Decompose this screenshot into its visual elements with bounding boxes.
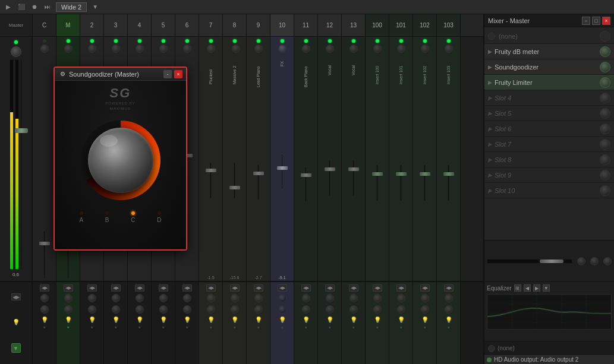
ch101-bulb[interactable]: 💡 <box>398 316 404 323</box>
ch-header-12[interactable]: 12 <box>318 14 342 36</box>
ch-header-3[interactable]: 3 <box>104 14 128 36</box>
ch12-sk[interactable] <box>326 294 334 302</box>
ch100-pan[interactable] <box>373 45 382 53</box>
right-panel-min-btn[interactable]: − <box>582 17 590 25</box>
ch10-sk[interactable] <box>278 294 286 302</box>
ch12-pan[interactable] <box>326 45 334 53</box>
ch103-bulb[interactable]: 💡 <box>446 316 452 323</box>
sg-preset-c[interactable]: C <box>131 211 135 223</box>
ch12-led[interactable] <box>328 39 332 43</box>
ch10-bulb[interactable]: 💡 <box>279 316 285 323</box>
master-led[interactable] <box>14 40 18 44</box>
ch3-arrow[interactable]: ◀▶ <box>111 284 121 292</box>
ch-header-103[interactable]: 103 <box>437 14 461 36</box>
ch11-fader-handle[interactable] <box>301 173 311 177</box>
send-fader-thumb[interactable] <box>540 259 563 263</box>
slot6-indicator[interactable] <box>600 124 610 134</box>
ch-header-101[interactable]: 101 <box>389 14 413 36</box>
eq-display[interactable] <box>487 294 612 330</box>
ch101-fader-handle[interactable] <box>396 172 407 176</box>
ch12-bulb[interactable]: 💡 <box>327 316 333 323</box>
c-pan-knob[interactable] <box>40 45 49 53</box>
ch7-bulb[interactable]: 💡 <box>208 316 214 323</box>
ch101-arrow[interactable]: ◀▶ <box>396 284 406 292</box>
ch100-fader-handle[interactable] <box>372 172 383 176</box>
ch-header-c[interactable]: C <box>33 14 56 36</box>
ch9-pan[interactable] <box>254 45 263 53</box>
slot-soundgoodizer[interactable]: ▶ Soundgoodizer <box>484 59 614 75</box>
plugin-titlebar[interactable]: ⚙ Soundgoodizer (Master) - × <box>55 68 186 81</box>
ch3-bulb[interactable]: 💡 <box>113 316 119 323</box>
slot-9[interactable]: ▶ Slot 9 <box>484 167 614 183</box>
ch-header-2[interactable]: 2 <box>80 14 104 36</box>
m-send-knob[interactable] <box>64 294 73 302</box>
ch101-sk2[interactable] <box>397 305 405 314</box>
ch5-pan[interactable] <box>159 45 168 53</box>
send-knob-3[interactable] <box>603 257 612 265</box>
ch100-arrow[interactable]: ◀▶ <box>373 284 382 292</box>
plugin-settings-icon[interactable]: ⚙ <box>58 70 67 78</box>
ch2-sk2[interactable] <box>88 305 96 314</box>
ch4-bulb[interactable]: 💡 <box>137 316 143 323</box>
slot-sg-indicator[interactable] <box>600 62 610 72</box>
ch6-arrow[interactable]: ◀▶ <box>182 284 192 292</box>
toolbar-icon-4[interactable]: ⏭ <box>43 2 52 12</box>
slot8-indicator[interactable] <box>600 154 610 165</box>
ch13-led[interactable] <box>352 39 355 43</box>
ch13-sk[interactable] <box>349 294 358 302</box>
ch-header-4[interactable]: 4 <box>128 14 152 36</box>
ch-header-100[interactable]: 100 <box>366 14 389 36</box>
ch101-pan[interactable] <box>397 45 405 53</box>
slot-none[interactable]: (none) <box>484 29 614 44</box>
slot-4[interactable]: ▶ Slot 4 <box>484 90 614 106</box>
ch-header-102[interactable]: 102 <box>413 14 437 36</box>
ch10-pan[interactable] <box>278 45 286 53</box>
toolbar-icon-3[interactable]: ⏺ <box>30 2 39 12</box>
sg-main-knob[interactable] <box>88 128 153 193</box>
ch3-pan[interactable] <box>112 45 120 53</box>
ch9-arrow[interactable]: ◀▶ <box>254 284 263 292</box>
ch-header-8[interactable]: 8 <box>223 14 247 36</box>
ch7-pan[interactable] <box>207 45 215 53</box>
slot9-indicator[interactable] <box>600 170 610 181</box>
ch6-led[interactable] <box>185 39 189 43</box>
ch-header-9[interactable]: 9 <box>247 14 270 36</box>
ch8-sk2[interactable] <box>231 305 239 314</box>
m-led[interactable] <box>67 39 70 43</box>
slot-10[interactable]: ▶ Slot 10 <box>484 183 614 198</box>
toolbar-icon-2[interactable]: ⬛ <box>17 2 26 12</box>
ch100-led[interactable] <box>376 39 379 43</box>
ch-header-7[interactable]: 7 <box>199 14 223 36</box>
send-knob-1[interactable] <box>577 257 585 265</box>
ch101-led[interactable] <box>399 39 403 43</box>
m-pan-knob[interactable] <box>64 45 73 53</box>
ch103-fader-handle[interactable] <box>443 172 454 176</box>
master-fader-handle[interactable] <box>15 128 28 133</box>
ch103-led[interactable] <box>447 39 451 43</box>
master-bulb[interactable]: 💡 <box>13 318 19 325</box>
sg-preset-d[interactable]: D <box>157 211 161 223</box>
ch11-bulb[interactable]: 💡 <box>303 316 309 323</box>
ch11-sk2[interactable] <box>302 305 310 314</box>
ch3-led[interactable] <box>114 39 118 43</box>
ch102-sk[interactable] <box>421 294 429 302</box>
ch11-pan[interactable] <box>302 45 310 53</box>
ch5-arrow[interactable]: ◀▶ <box>159 284 168 292</box>
ch3-sk[interactable] <box>112 294 120 302</box>
ch-header-10[interactable]: 10 <box>270 14 294 36</box>
ch100-bulb[interactable]: 💡 <box>374 316 380 323</box>
sg-preset-b[interactable]: B <box>105 211 109 223</box>
slot-fruity-limiter[interactable]: ▶ Fruity Limiter <box>484 75 614 90</box>
ch12-arrow[interactable]: ◀▶ <box>325 284 335 292</box>
ch10-led[interactable] <box>281 39 284 43</box>
ch8-led[interactable] <box>233 39 237 43</box>
ch13-arrow[interactable]: ◀▶ <box>349 284 358 292</box>
c-arrow-l[interactable]: ◀▶ <box>40 284 49 292</box>
slot-8[interactable]: ▶ Slot 8 <box>484 152 614 167</box>
ch6-bulb[interactable]: 💡 <box>184 316 190 323</box>
m-arrow[interactable]: ◀▶ <box>64 284 73 292</box>
slot-db-indicator[interactable] <box>600 46 610 57</box>
ch103-sk2[interactable] <box>445 305 453 314</box>
ch4-led[interactable] <box>138 39 141 43</box>
send-knob-2[interactable] <box>590 257 599 265</box>
